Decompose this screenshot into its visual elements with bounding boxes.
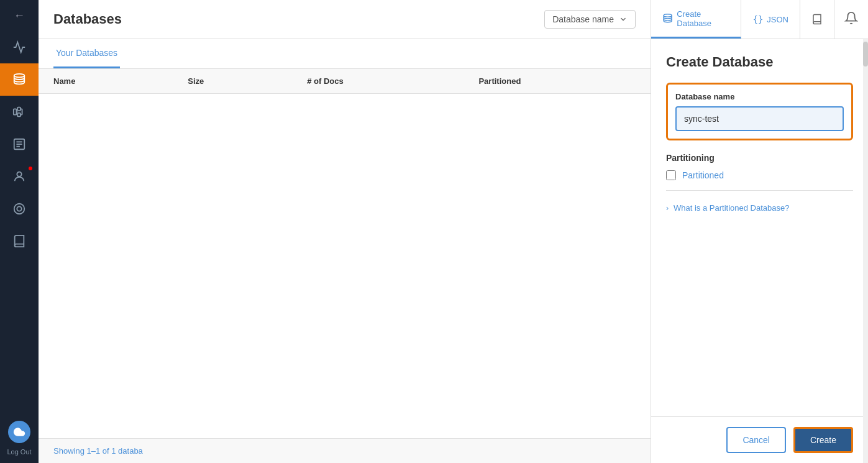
panel-db-icon bbox=[662, 12, 673, 25]
chevron-down-icon bbox=[619, 15, 628, 24]
support-icon bbox=[12, 202, 26, 216]
sidebar-item-documents[interactable] bbox=[0, 128, 39, 160]
sidebar-item-replication[interactable] bbox=[0, 96, 39, 128]
panel-nav-create-label: Create Database bbox=[677, 9, 729, 28]
sidebar: ← bbox=[0, 0, 39, 463]
table-header-row: Name Size # of Docs Partitioned bbox=[39, 69, 651, 94]
partitioned-checkbox-row: Partitioned bbox=[666, 170, 853, 180]
col-size: Size bbox=[173, 69, 292, 94]
sidebar-item-support[interactable] bbox=[0, 193, 39, 225]
db-name-input[interactable] bbox=[675, 106, 844, 131]
partitioned-label[interactable]: Partitioned bbox=[682, 170, 724, 180]
partitioned-checkbox[interactable] bbox=[666, 170, 676, 180]
svg-point-15 bbox=[664, 14, 672, 16]
create-button[interactable]: Create bbox=[793, 427, 853, 453]
cloud-icon bbox=[13, 426, 25, 438]
panel-nav-create-database[interactable]: Create Database bbox=[651, 0, 741, 39]
users-notification-badge bbox=[27, 165, 34, 172]
book-icon bbox=[12, 234, 26, 248]
avatar[interactable] bbox=[8, 421, 30, 443]
svg-point-13 bbox=[14, 204, 25, 214]
svg-rect-3 bbox=[17, 113, 21, 117]
col-partitioned: Partitioned bbox=[464, 69, 651, 94]
bell-icon bbox=[844, 11, 858, 25]
divider bbox=[666, 190, 853, 191]
db-name-label: Database name bbox=[675, 92, 844, 101]
users-icon bbox=[12, 170, 26, 183]
col-name: Name bbox=[39, 69, 173, 94]
sidebar-collapse-button[interactable]: ← bbox=[0, 0, 39, 31]
logout-button[interactable]: Log Out bbox=[7, 448, 31, 463]
page-title: Databases bbox=[53, 11, 544, 27]
panel-title: Create Database bbox=[666, 54, 853, 70]
tabs-bar: Your Databases bbox=[39, 39, 651, 69]
svg-point-12 bbox=[17, 172, 21, 176]
db-name-section: Database name bbox=[666, 83, 853, 140]
panel-nav-docs[interactable] bbox=[800, 0, 834, 39]
col-docs: # of Docs bbox=[292, 69, 464, 94]
svg-rect-2 bbox=[17, 108, 21, 111]
cancel-button[interactable]: Cancel bbox=[726, 427, 786, 453]
panel-topnav: Create Database {} JSON bbox=[651, 0, 868, 39]
sidebar-item-documentation[interactable] bbox=[0, 225, 39, 257]
topbar: Databases Database name bbox=[39, 0, 651, 39]
panel-footer: Cancel Create bbox=[651, 416, 868, 463]
activity-icon bbox=[12, 40, 26, 54]
partitioning-label: Partitioning bbox=[666, 153, 853, 163]
partitioning-section: Partitioning Partitioned › What is a Par… bbox=[666, 153, 853, 213]
scrollbar-thumb[interactable] bbox=[863, 42, 868, 66]
sidebar-item-activity[interactable] bbox=[0, 31, 39, 63]
sidebar-bottom: Log Out bbox=[0, 421, 39, 463]
help-link[interactable]: › What is a Partitioned Database? bbox=[666, 201, 853, 213]
arrow-left-icon: ← bbox=[14, 9, 25, 22]
footer-bar: Showing 1–1 of 1 databa bbox=[39, 438, 651, 463]
svg-point-14 bbox=[17, 206, 21, 211]
right-panel: Create Database {} JSON Create Database … bbox=[651, 0, 868, 463]
documents-icon bbox=[12, 137, 26, 151]
panel-book-icon bbox=[811, 14, 823, 25]
sidebar-item-users[interactable] bbox=[0, 160, 39, 193]
showing-count: Showing 1–1 of 1 databa bbox=[53, 446, 143, 456]
content-area: Your Databases Name Size # of Docs Parti… bbox=[39, 39, 651, 463]
filter-dropdown[interactable]: Database name bbox=[544, 10, 636, 29]
svg-rect-1 bbox=[14, 109, 17, 114]
replication-icon bbox=[12, 105, 26, 119]
panel-content: Create Database Database name Partitioni… bbox=[651, 39, 868, 416]
databases-table: Name Size # of Docs Partitioned bbox=[39, 69, 651, 94]
main-content: Databases Database name Your Databases N… bbox=[39, 0, 651, 463]
filter-label: Database name bbox=[552, 14, 614, 24]
panel-nav-json-label: JSON bbox=[767, 15, 788, 24]
json-icon: {} bbox=[752, 14, 763, 24]
databases-table-container: Name Size # of Docs Partitioned bbox=[39, 69, 651, 438]
sidebar-item-databases[interactable] bbox=[0, 63, 39, 96]
notification-bell-button[interactable] bbox=[834, 11, 868, 28]
tab-your-databases[interactable]: Your Databases bbox=[53, 39, 120, 68]
chevron-right-icon: › bbox=[666, 204, 669, 213]
svg-point-0 bbox=[14, 74, 25, 78]
database-icon bbox=[12, 73, 26, 86]
help-link-label: What is a Partitioned Database? bbox=[674, 203, 789, 213]
panel-nav-json[interactable]: {} JSON bbox=[741, 0, 800, 39]
scrollbar-track bbox=[863, 39, 868, 463]
